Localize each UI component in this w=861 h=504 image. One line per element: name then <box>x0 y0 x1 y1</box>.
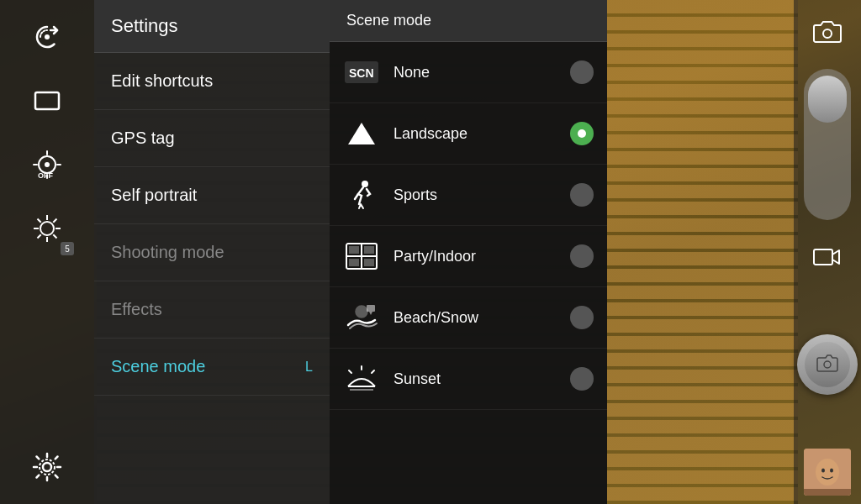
video-mode-button[interactable] <box>804 234 851 281</box>
settings-button[interactable] <box>18 438 76 496</box>
scene-mode-list: SCN None Landscape <box>330 42 607 504</box>
svg-point-20 <box>823 29 832 38</box>
camera-shutter-icon <box>814 351 841 378</box>
svg-line-14 <box>38 219 41 223</box>
svg-line-17 <box>53 234 56 238</box>
svg-text:OFF: OFF <box>38 171 53 180</box>
svg-point-3 <box>45 162 50 167</box>
svg-marker-30 <box>348 123 375 144</box>
right-toolbar <box>794 0 861 504</box>
scene-none-radio[interactable] <box>570 60 594 84</box>
svg-rect-37 <box>349 259 359 266</box>
svg-point-22 <box>824 361 831 368</box>
svg-point-26 <box>830 469 833 473</box>
svg-point-18 <box>43 463 51 471</box>
scn-icon: SCN <box>343 54 380 91</box>
scene-item-beach-snow[interactable]: Beach/Snow <box>330 287 607 349</box>
scene-item-party-indoor[interactable]: Party/Indoor <box>330 226 607 287</box>
scene-beach-radio[interactable] <box>570 306 594 329</box>
left-toolbar: OFF 5 <box>0 0 94 504</box>
slider-knob <box>808 76 847 123</box>
settings-panel-header: Settings <box>94 0 330 53</box>
settings-panel: Settings Edit shortcuts GPS tag Self por… <box>94 0 330 504</box>
scene-beach-snow-label: Beach/Snow <box>394 309 557 327</box>
exposure-button[interactable]: 5 <box>18 200 76 257</box>
svg-line-45 <box>349 370 351 373</box>
sports-icon <box>343 176 380 213</box>
scene-panel-title: Scene mode <box>346 12 590 29</box>
landscape-icon <box>343 115 380 152</box>
settings-item-gps-tag[interactable]: GPS tag <box>94 110 330 167</box>
mode-slider[interactable] <box>804 69 851 220</box>
scene-item-sports[interactable]: Sports <box>330 165 607 226</box>
scene-none-label: None <box>394 64 557 81</box>
rotate-camera-button[interactable] <box>18 8 76 66</box>
video-icon <box>812 242 843 272</box>
camera-mode-button[interactable] <box>804 8 851 55</box>
gps-tag-button[interactable]: OFF <box>18 136 76 193</box>
scene-sports-radio[interactable] <box>570 183 594 207</box>
scene-sunset-radio[interactable] <box>570 367 594 391</box>
svg-rect-27 <box>804 489 851 496</box>
svg-line-16 <box>38 234 41 238</box>
scene-item-sunset[interactable]: Sunset <box>330 349 607 410</box>
svg-line-15 <box>53 219 56 223</box>
svg-point-0 <box>45 34 50 39</box>
edit-shortcuts-label: Edit shortcuts <box>111 71 313 91</box>
party-icon <box>343 238 380 275</box>
settings-item-self-portrait[interactable]: Self portrait <box>94 167 330 224</box>
aspect-ratio-button[interactable] <box>18 72 76 129</box>
scene-mode-label: Scene mode <box>111 357 205 376</box>
thumbnail-image <box>804 449 851 496</box>
settings-icon <box>29 449 66 486</box>
svg-point-25 <box>821 469 825 473</box>
camera-photo-icon <box>812 17 843 47</box>
svg-rect-40 <box>367 305 375 312</box>
svg-line-46 <box>372 370 374 373</box>
last-photo-thumbnail[interactable] <box>804 449 851 496</box>
settings-item-edit-shortcuts[interactable]: Edit shortcuts <box>94 53 330 110</box>
beach-icon <box>343 299 380 336</box>
shooting-mode-label: Shooting mode <box>111 243 313 262</box>
svg-rect-1 <box>35 92 59 109</box>
scene-party-radio[interactable] <box>570 244 594 268</box>
svg-marker-41 <box>369 312 372 315</box>
scene-sports-label: Sports <box>394 186 557 204</box>
aspect-ratio-icon <box>29 82 66 119</box>
scene-mode-panel: Scene mode SCN None Landscape <box>330 0 607 504</box>
svg-point-9 <box>40 222 54 235</box>
gps-tag-label: GPS tag <box>111 129 313 148</box>
shutter-inner <box>805 342 850 387</box>
svg-point-19 <box>40 459 55 475</box>
scene-item-landscape[interactable]: Landscape <box>330 103 607 165</box>
self-portrait-label: Self portrait <box>111 186 313 205</box>
gps-off-icon: OFF <box>29 146 66 183</box>
scene-mode-value: L <box>305 360 313 375</box>
scene-panel-header: Scene mode <box>330 0 607 42</box>
exposure-icon <box>29 210 66 247</box>
svg-rect-36 <box>364 246 374 254</box>
settings-item-shooting-mode[interactable]: Shooting mode <box>94 224 330 281</box>
exposure-value: 5 <box>61 242 74 255</box>
rotate-camera-icon <box>29 18 66 55</box>
settings-item-scene-mode[interactable]: Scene mode L <box>94 339 330 396</box>
settings-title: Settings <box>111 15 313 37</box>
svg-text:SCN: SCN <box>349 66 374 80</box>
scene-party-indoor-label: Party/Indoor <box>394 248 557 265</box>
svg-rect-38 <box>364 259 374 266</box>
sunset-icon <box>343 360 380 397</box>
svg-point-31 <box>362 181 368 187</box>
effects-label: Effects <box>111 300 313 319</box>
scene-landscape-label: Landscape <box>394 125 557 143</box>
scene-sunset-label: Sunset <box>394 370 557 388</box>
settings-item-effects[interactable]: Effects <box>94 281 330 339</box>
scene-item-none[interactable]: SCN None <box>330 42 607 103</box>
svg-rect-35 <box>349 246 359 254</box>
svg-point-24 <box>816 459 839 486</box>
svg-rect-21 <box>814 249 832 265</box>
shutter-button[interactable] <box>797 334 858 395</box>
scene-landscape-radio[interactable] <box>570 122 594 145</box>
svg-point-39 <box>356 306 367 318</box>
